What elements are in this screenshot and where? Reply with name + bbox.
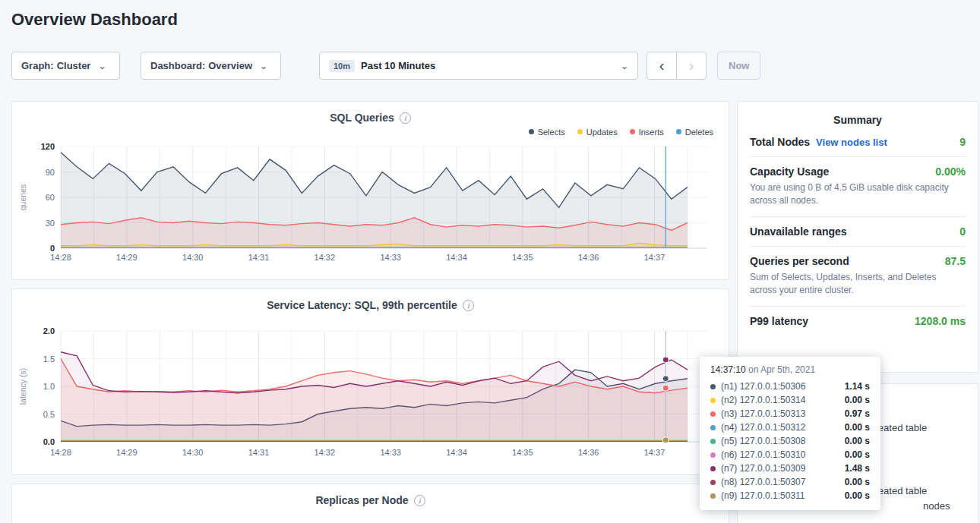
view-nodes-link[interactable]: View nodes list [816,137,887,148]
summary-value: 0 [959,225,966,238]
svg-text:14:37: 14:37 [644,253,665,262]
summary-value: 1208.0 ms [915,315,966,327]
info-icon[interactable]: i [463,300,474,311]
svg-text:14:35: 14:35 [512,253,533,262]
svg-text:1.0: 1.0 [43,382,55,391]
summary-description: You are using 0 B of 4.5 GiB usable disk… [750,181,966,208]
summary-value: 9 [959,136,966,148]
summary-panel: Summary Total NodesView nodes list9Capac… [737,101,978,373]
summary-label: Unavailable ranges [750,225,847,238]
svg-text:14:30: 14:30 [182,448,204,457]
svg-text:14:31: 14:31 [248,253,270,262]
event-item[interactable]: nodes [923,500,950,512]
summary-label: P99 latency [750,315,808,327]
svg-text:14:36: 14:36 [578,448,599,457]
chart-title-service-latency: Service Latency: SQL, 99th percentile [267,299,457,311]
legend-label: Updates [586,128,618,137]
time-range-label: Past 10 Minutes [361,60,435,71]
latency-value: 0.00 s [845,436,870,446]
svg-text:14:29: 14:29 [116,448,138,457]
series-dot-icon [710,493,716,499]
service-latency-chart[interactable]: 0.00.51.01.52.014:2814:2914:3014:3114:32… [17,322,716,462]
tooltip-time: 14:37:10 [710,364,746,375]
dashboard-dropdown[interactable]: Dashboard: Overview ⌄ [141,52,281,80]
svg-text:queries: queries [18,184,27,210]
tooltip-date: on Apr 5th, 2021 [748,364,815,375]
dashboard-dropdown-value: Overview [208,60,252,71]
series-dot-icon [710,411,716,417]
info-icon[interactable]: i [400,112,411,124]
tooltip-row: (n2) 127.0.0.1:503140.00 s [710,393,870,407]
tooltip-row: (n7) 127.0.0.1:503091.48 s [710,462,870,475]
svg-text:14:28: 14:28 [50,253,71,262]
chart-legend: SelectsUpdatesInsertsDeletes [12,124,729,136]
series-dot-icon [710,439,716,444]
summary-label: Queries per second [750,255,849,267]
tooltip-row: (n6) 127.0.0.1:503100.00 s [710,448,870,462]
legend-dot-icon [529,129,534,134]
graph-dropdown[interactable]: Graph: Cluster ⌄ [11,52,120,80]
node-address: (n2) 127.0.0.1:50314 [721,395,805,405]
series-dot-icon [710,384,716,389]
svg-text:14:31: 14:31 [248,448,270,457]
node-address: (n8) 127.0.0.1:50307 [721,477,805,487]
svg-text:0.0: 0.0 [43,437,55,446]
node-address: (n9) 127.0.0.1:50311 [721,490,805,501]
svg-text:2.0: 2.0 [43,326,55,336]
sql-queries-chart[interactable]: 030609012014:2814:2914:3014:3114:3214:33… [17,139,716,266]
overview-dashboard-page: Overview Dashboard Graph: Cluster ⌄ Dash… [0,0,980,523]
time-prev-button[interactable]: ‹ [646,52,677,80]
graph-dropdown-label: Graph: [21,60,54,71]
chart-title-replicas-per-node: Replicas per Node [315,494,408,506]
summary-label: Total Nodes [750,136,810,148]
chevron-down-icon: ⌄ [98,61,106,71]
node-address: (n4) 127.0.0.1:50312 [721,422,805,433]
chevron-right-icon: › [689,57,694,74]
series-dot-icon [710,425,716,430]
tooltip-row: (n5) 127.0.0.1:503080.00 s [710,434,870,448]
svg-text:0: 0 [50,244,55,253]
svg-text:14:33: 14:33 [380,253,401,262]
svg-text:14:36: 14:36 [578,253,599,262]
chevron-down-icon: ⌄ [621,61,628,71]
svg-text:14:30: 14:30 [182,253,204,262]
series-dot-icon [710,466,716,471]
tooltip-row: (n1) 127.0.0.1:503061.14 s [710,380,870,393]
info-icon[interactable]: i [414,495,425,506]
chart-title-sql-queries: SQL Queries [330,112,394,124]
time-next-button[interactable]: › [676,52,707,80]
now-button[interactable]: Now [717,52,760,80]
node-address: (n1) 127.0.0.1:50306 [721,381,805,392]
svg-text:14:32: 14:32 [315,448,336,457]
chevron-down-icon: ⌄ [260,61,267,71]
latency-value: 0.00 s [845,477,870,487]
time-range-dropdown[interactable]: 10m Past 10 Minutes ⌄ [319,52,638,80]
chevron-left-icon: ‹ [659,57,665,74]
svg-text:60: 60 [46,193,55,202]
node-address: (n5) 127.0.0.1:50308 [721,436,805,446]
svg-text:14:35: 14:35 [512,448,533,457]
svg-text:1.5: 1.5 [43,354,55,364]
summary-row: P99 latency1208.0 ms [750,307,966,336]
svg-text:90: 90 [46,168,55,177]
latency-value: 0.00 s [845,422,870,433]
svg-text:14:29: 14:29 [116,253,138,262]
tooltip-row: (n9) 127.0.0.1:503110.00 s [710,489,870,503]
legend-label: Deletes [685,128,713,137]
dashboard-dropdown-label: Dashboard: [150,60,205,71]
summary-description: Sum of Selects, Updates, Inserts, and De… [750,271,966,298]
svg-text:latency (s): latency (s) [18,368,27,405]
svg-text:0.5: 0.5 [43,410,55,419]
tooltip-row: (n8) 127.0.0.1:503070.00 s [710,475,870,489]
tooltip-row: (n3) 127.0.0.1:503130.97 s [710,407,870,421]
legend-dot-icon [630,129,635,134]
tooltip-row: (n4) 127.0.0.1:503120.00 s [710,421,870,434]
summary-row: Queries per second87.5Sum of Selects, Up… [750,247,966,307]
node-address: (n7) 127.0.0.1:50309 [721,463,805,474]
svg-text:14:33: 14:33 [380,448,401,457]
legend-item: Inserts [630,128,664,137]
chart-hover-tooltip: 14:37:10 on Apr 5th, 2021 (n1) 127.0.0.1… [700,357,880,510]
series-dot-icon [710,480,716,485]
series-dot-icon [710,452,716,458]
service-latency-chart-card: Service Latency: SQL, 99th percentile i … [11,288,729,475]
